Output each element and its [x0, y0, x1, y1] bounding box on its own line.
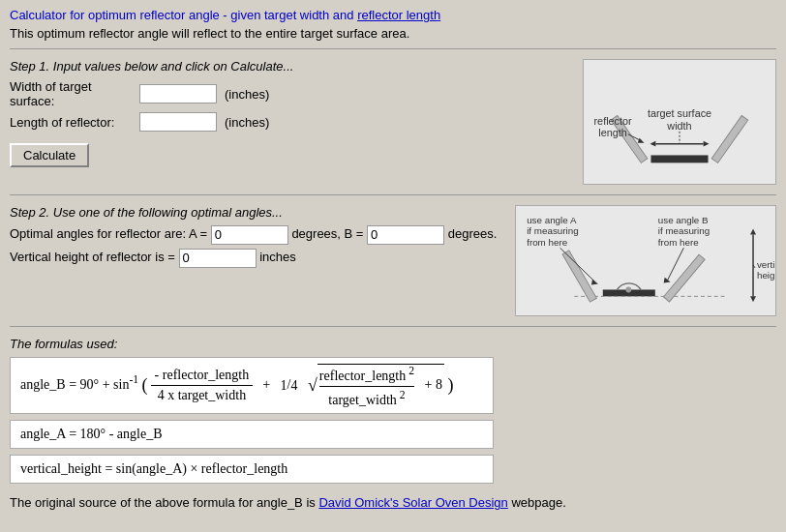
length-row: Length of reflector: (inches): [10, 112, 573, 132]
formula-box-1: angle_B = 90° + sin-1 ( - reflector_leng…: [10, 357, 494, 414]
source-suffix: webpage.: [508, 495, 566, 510]
result-a-prefix: Optimal angles for reflector are: A =: [10, 226, 211, 241]
formula3-text: vertical_height = sin(angle_A) × reflect…: [20, 461, 287, 476]
d2-label-use-angle-a: use angle A: [527, 215, 577, 225]
width-input[interactable]: [139, 84, 217, 103]
divider-2: [10, 194, 776, 195]
calculate-button[interactable]: Calculate: [10, 143, 89, 167]
d2-left-reflector: [562, 251, 596, 302]
d2-arrow-b-head: [664, 278, 671, 283]
d2-vheight-bottom: [750, 296, 756, 302]
page-title: Calculator for optimum reflector angle -…: [10, 8, 776, 22]
section2: Step 2. Use one of the following optimal…: [10, 201, 776, 320]
d2-label-if-measuring-a: if measuring: [527, 225, 578, 236]
formula1-text: angle_B = 90° + sin-1 ( - reflector_leng…: [20, 377, 453, 392]
label-reflector: reflector: [594, 115, 633, 127]
result-height-suffix: inches: [259, 250, 296, 264]
section2-left: Step 2. Use one of the following optimal…: [10, 205, 505, 272]
right-reflector: [711, 115, 748, 163]
result-row-1: Optimal angles for reflector are: A = 0 …: [10, 225, 505, 245]
main-container: Calculator for optimum reflector angle -…: [0, 0, 786, 521]
d2-label-from-here-a: from here: [527, 237, 568, 248]
subtitle: This optimum reflector angle will reflec…: [10, 26, 776, 41]
d2-label-vertical: vertical: [757, 259, 775, 270]
reflector-arrow-head: [638, 138, 645, 143]
result-row-2: Vertical height of reflector is = 0 inch…: [10, 249, 505, 268]
divider-3: [10, 326, 776, 327]
d2-arrow-a-head: [591, 280, 598, 285]
result-height-value: 0: [179, 249, 257, 268]
title-link[interactable]: Calculator for optimum reflector angle -…: [10, 8, 440, 22]
title-link-underlined[interactable]: reflector length: [357, 8, 440, 22]
width-arrow-right: [704, 141, 710, 147]
length-input[interactable]: [139, 112, 217, 132]
diagram2-svg: vertical height use angle A if measuring…: [516, 206, 775, 315]
label-width: width: [666, 120, 691, 132]
formula-box-2: angle_A = 180° - angle_B: [10, 420, 494, 449]
length-unit: (inches): [225, 115, 269, 130]
diagram1: target surface width reflector length: [583, 59, 776, 185]
formula-box-3: vertical_height = sin(angle_A) × reflect…: [10, 455, 494, 484]
result-a-value: 0: [211, 225, 288, 245]
result-degrees-suffix: degrees.: [448, 226, 498, 241]
width-arrow-left: [650, 141, 655, 147]
diagram1-svg: target surface width reflector length: [584, 60, 775, 184]
result-b-prefix: degrees, B =: [291, 226, 367, 241]
width-label: Width of target surface:: [10, 79, 136, 108]
d2-label-use-angle-b: use angle B: [658, 215, 709, 225]
d2-angle-dot: [625, 287, 631, 293]
length-label: Length of reflector:: [10, 115, 136, 130]
formula-label: The formulas used:: [10, 337, 776, 351]
step1-label: Step 1. Input values below and click on …: [10, 59, 573, 74]
d2-label-from-here-b: from here: [658, 237, 700, 248]
width-unit: (inches): [225, 87, 269, 102]
target-surface: [650, 155, 708, 163]
d2-right-reflector: [663, 254, 705, 302]
diagram2: vertical height use angle A if measuring…: [515, 205, 776, 316]
source-prefix: The original source of the above formula…: [10, 495, 318, 510]
result-height-prefix: Vertical height of reflector is =: [10, 250, 179, 264]
formula2-text: angle_A = 180° - angle_B: [20, 427, 162, 441]
title-prefix: Calculator for optimum reflector angle -…: [10, 8, 357, 22]
width-row: Width of target surface: (inches): [10, 79, 573, 108]
d2-label-if-measuring-b: if measuring: [658, 225, 710, 236]
d2-vheight-top: [750, 229, 756, 235]
source-text: The original source of the above formula…: [10, 495, 776, 510]
step2-label: Step 2. Use one of the following optimal…: [10, 205, 505, 220]
source-link[interactable]: David Omick's Solar Oven Design: [318, 495, 507, 510]
label-target-surface: target surface: [648, 107, 711, 119]
d2-label-height: height: [757, 270, 775, 281]
section1-left: Step 1. Input values below and click on …: [10, 59, 573, 167]
label-length: length: [598, 127, 627, 138]
section3: The formulas used: angle_B = 90° + sin-1…: [10, 333, 776, 514]
section1: Step 1. Input values below and click on …: [10, 55, 776, 189]
divider-1: [10, 48, 776, 49]
result-b-value: 0: [367, 225, 444, 245]
